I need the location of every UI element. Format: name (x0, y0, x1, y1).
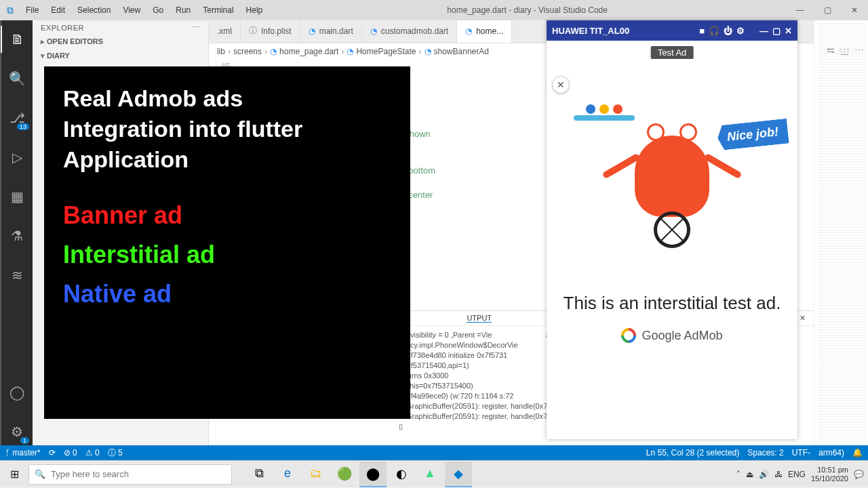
system-tray: ˄ ⏏ 🔊 🖧 ENG 10:51 pm 15/10/2020 💬 (736, 466, 868, 483)
action-center-icon[interactable]: 💬 (854, 470, 864, 479)
vscode-logo-icon: ⧉ (0, 5, 20, 16)
encoding[interactable]: UTF- (792, 448, 810, 458)
monster-icon (635, 136, 709, 248)
nice-job-banner: Nice job! (716, 119, 789, 151)
accounts-icon[interactable]: ◯ (1, 379, 33, 406)
panel-close-icon[interactable]: ✕ (800, 314, 806, 323)
vscode-task-icon[interactable]: ◆ (445, 462, 472, 487)
emu-settings-icon[interactable]: ⚙ (736, 26, 745, 36)
search-placeholder: Type here to search (51, 469, 129, 479)
run-debug-icon[interactable]: ▷ (1, 144, 33, 171)
emulator-title-bar: HUAWEI TIT_AL00 ■ 🎧 ⏻ ⚙ — ▢ ✕ (547, 20, 797, 41)
menu-terminal[interactable]: Terminal (197, 3, 239, 18)
settings-badge: 1 (20, 437, 29, 444)
project-root-section[interactable]: DIARY (33, 49, 208, 63)
edge-icon[interactable]: e (274, 462, 301, 487)
close-button[interactable]: ✕ (841, 5, 868, 15)
target-arch[interactable]: arm64) (818, 448, 844, 458)
minimap[interactable] (817, 23, 865, 443)
warning-count[interactable]: ⚠ 0 (85, 448, 100, 458)
window-title: home_page.dart - diary - Visual Studio C… (268, 5, 787, 15)
emulator-screen[interactable]: Test Ad ✕ Nice job! This is an interstit… (547, 41, 797, 439)
tab-main-dart[interactable]: main.dart (300, 20, 362, 43)
sync-icon[interactable]: ⟳ (49, 448, 56, 458)
menu-edit[interactable]: Edit (45, 3, 71, 18)
overlay-interstitial-ad: Interstitial ad (63, 241, 391, 269)
vscode-title-bar: ⧉ File Edit Selection View Go Run Termin… (0, 0, 868, 20)
search-icon: 🔍 (35, 469, 45, 479)
emu-close-icon[interactable]: ✕ (785, 26, 792, 36)
testing-icon[interactable]: ⚗ (1, 222, 33, 249)
tab-customadmob-dart[interactable]: customadmob.dart (362, 20, 457, 43)
menu-run[interactable]: Run (170, 3, 196, 18)
emu-minimize-icon[interactable]: — (760, 26, 768, 36)
extensions-icon[interactable]: ▦ (1, 183, 33, 210)
main-menu: File Edit Selection View Go Run Terminal… (20, 3, 268, 18)
open-editors-section[interactable]: OPEN EDITORS (33, 35, 208, 49)
android-studio-icon[interactable]: ▲ (416, 462, 443, 487)
task-view-icon[interactable]: ⧉ (245, 462, 273, 487)
cursor-position[interactable]: Ln 55, Col 28 (2 selected) (646, 448, 739, 458)
maximize-button[interactable]: ▢ (814, 5, 841, 15)
info-count[interactable]: ⓘ 5 (108, 447, 123, 459)
admob-logo: Google AdMob (621, 328, 722, 343)
ad-body-text: This is an interstitial test ad. (547, 291, 797, 314)
search-icon[interactable]: 🔍 (1, 65, 33, 92)
minimap-area: ⇆ ◫ ⋯ (814, 20, 868, 445)
flutter-icon[interactable]: ≋ (1, 262, 33, 289)
overlay-native-ad: Native ad (63, 280, 391, 308)
ad-illustration: Nice job! (547, 108, 797, 291)
obs-icon[interactable]: ◐ (388, 462, 415, 487)
menu-help[interactable]: Help (241, 3, 269, 18)
windows-taskbar: ⊞ 🔍 Type here to search ⧉ e 🗂 🟢 ⬤ ◐ ▲ ◆ … (0, 460, 868, 487)
tray-usb-icon[interactable]: ⏏ (746, 470, 753, 479)
explorer-icon[interactable]: 🗎 (1, 26, 33, 53)
file-explorer-icon[interactable]: 🗂 (302, 462, 330, 487)
tray-clock[interactable]: 10:51 pm 15/10/2020 (811, 466, 848, 483)
tray-chevron-icon[interactable]: ˄ (736, 470, 741, 479)
emu-maximize-icon[interactable]: ▢ (772, 26, 781, 36)
source-control-icon[interactable]: ⎇13 (1, 104, 33, 131)
window-controls: — ▢ ✕ (787, 5, 868, 15)
git-branch[interactable]: ᚶ master* (5, 448, 41, 458)
taskbar-search[interactable]: 🔍 Type here to search (28, 464, 232, 485)
scm-badge: 13 (17, 123, 29, 130)
indent-spaces[interactable]: Spaces: 2 (747, 448, 783, 458)
tray-volume-icon[interactable]: 🔊 (759, 470, 769, 479)
tab-info-plist[interactable]: ⓘInfo.plist (241, 20, 300, 43)
settings-gear-icon[interactable]: ⚙1 (1, 418, 33, 445)
minimize-button[interactable]: — (787, 5, 814, 15)
title-overlay: Real Admob ads Integration into flutter … (44, 66, 410, 419)
test-ad-badge: Test Ad (651, 46, 694, 59)
tray-network-icon[interactable]: 🖧 (774, 470, 783, 479)
admob-mark-icon (618, 325, 639, 346)
ad-close-button[interactable]: ✕ (552, 76, 570, 94)
error-count[interactable]: ⊘ 0 (64, 448, 77, 458)
menu-go[interactable]: Go (147, 3, 169, 18)
overlay-line-2: Integration into flutter (63, 116, 391, 142)
panel-tab-debug-console[interactable]: UTPUT (467, 314, 492, 323)
overlay-banner-ad: Banner ad (63, 201, 391, 230)
tab-home-page-dart[interactable]: home... (457, 20, 512, 43)
emu-audio-icon[interactable]: 🎧 (709, 26, 719, 36)
tab-xml[interactable]: .xml (209, 20, 241, 43)
emulator-task-icon[interactable]: ⬤ (359, 462, 387, 487)
status-bar: ᚶ master* ⟳ ⊘ 0 ⚠ 0 ⓘ 5 Ln 55, Col 28 (2… (0, 445, 868, 460)
explorer-more-icon[interactable]: ⋯ (193, 23, 201, 32)
android-emulator: HUAWEI TIT_AL00 ■ 🎧 ⏻ ⚙ — ▢ ✕ Test Ad ✕ … (547, 20, 797, 439)
tray-language[interactable]: ENG (788, 470, 806, 479)
chrome-icon[interactable]: 🟢 (331, 462, 358, 487)
menu-view[interactable]: View (117, 3, 146, 18)
emulator-device-name: HUAWEI TIT_AL00 (552, 26, 629, 36)
activity-bar: 🗎 🔍 ⎇13 ▷ ▦ ⚗ ≋ ◯ ⚙1 (0, 20, 33, 445)
menu-file[interactable]: File (20, 3, 44, 18)
explorer-title: EXPLORER (41, 24, 84, 32)
notifications-icon[interactable]: 🔔 (852, 448, 863, 458)
overlay-line-3: Application (63, 146, 391, 173)
menu-selection[interactable]: Selection (72, 3, 116, 18)
emu-power-icon[interactable]: ⏻ (724, 26, 732, 36)
overlay-line-1: Real Admob ads (63, 85, 391, 112)
emu-camera-icon[interactable]: ■ (699, 26, 705, 36)
start-button[interactable]: ⊞ (0, 461, 28, 488)
